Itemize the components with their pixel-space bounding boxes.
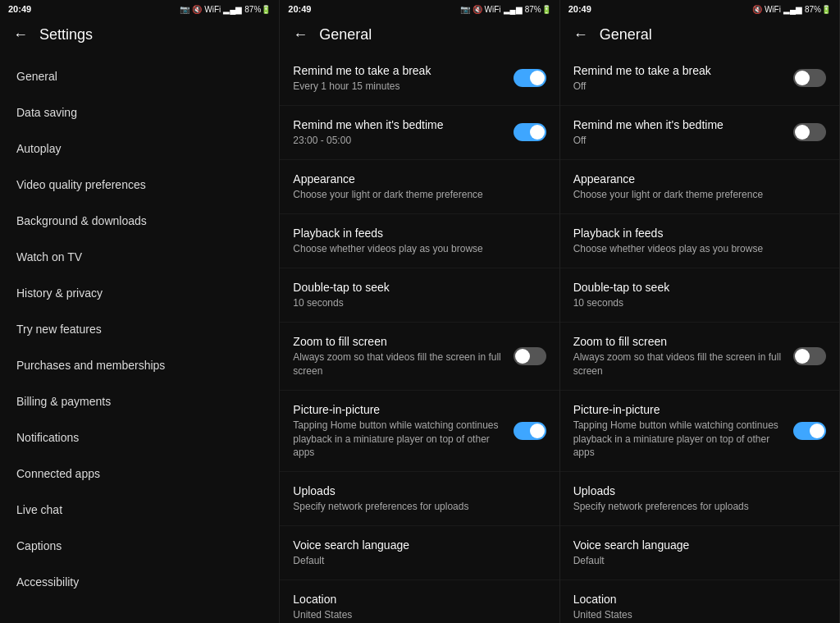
status-time-right: 20:49 [568,4,591,14]
nav-item-video-quality[interactable]: Video quality preferences [0,167,279,203]
appearance-subtitle: Choose your light or dark theme preferen… [293,188,537,202]
nav-item-live-chat[interactable]: Live chat [0,492,279,528]
status-bar-left: 20:49 📷 🔇 WiFi ▂▄▆ 87%🔋 [0,0,279,18]
setting-bedtime-off[interactable]: Remind me when it's bedtime Off [560,106,839,160]
bedtime-toggle[interactable] [514,123,546,141]
playback-feeds-title: Playback in feeds [293,226,537,240]
location-title-off: Location [573,592,818,607]
general-title-mid: General [319,26,372,44]
setting-playback-feeds-off[interactable]: Playback in feeds Choose whether videos … [560,214,839,268]
location-subtitle-off: United States [573,608,818,622]
nav-item-accessibility[interactable]: Accessibility [0,564,279,600]
wifi-icon-mid: WiFi [485,5,501,14]
uploads-title-off: Uploads [573,483,818,498]
pip-toggle-off[interactable] [793,422,826,440]
bedtime-subtitle: 23:00 - 05:00 [293,134,504,148]
uploads-title: Uploads [293,483,537,498]
nav-item-connected[interactable]: Connected apps [0,456,279,492]
general-header-right: ← General [560,18,839,52]
setting-appearance[interactable]: Appearance Choose your light or dark the… [280,160,559,214]
setting-location-off[interactable]: Location United States [560,580,839,623]
zoom-fill-knob [515,349,530,364]
back-button-mid[interactable]: ← [293,26,308,44]
nav-item-billing[interactable]: Billing & payments [0,383,279,419]
signal-icon: ▂▄▆ [223,5,242,14]
setting-uploads-off[interactable]: Uploads Specify network preferences for … [560,472,839,526]
uploads-subtitle: Specify network preferences for uploads [293,500,537,514]
setting-bedtime[interactable]: Remind me when it's bedtime 23:00 - 05:0… [280,106,559,160]
pip-toggle[interactable] [514,422,546,440]
nav-item-autoplay[interactable]: Autoplay [0,131,279,167]
pip-subtitle-off: Tapping Home button while watching conti… [573,419,785,460]
pip-title: Picture-in-picture [293,402,504,417]
battery-mid: 87%🔋 [525,5,551,14]
settings-header: ← Settings [0,18,279,52]
status-time-left: 20:49 [8,4,31,14]
bedtime-knob [530,125,545,140]
setting-pip[interactable]: Picture-in-picture Tapping Home button w… [280,391,559,473]
setting-double-tap-off[interactable]: Double-tap to seek 10 seconds [560,268,839,323]
zoom-fill-knob-off [795,349,810,364]
setting-playback-feeds[interactable]: Playback in feeds Choose whether videos … [280,214,559,268]
bedtime-toggle-off[interactable] [793,123,826,141]
playback-feeds-title-off: Playback in feeds [573,226,818,240]
zoom-fill-subtitle: Always zoom so that videos fill the scre… [293,350,504,378]
voice-search-title: Voice search language [293,538,537,552]
nav-item-notifications[interactable]: Notifications [0,419,279,456]
voice-search-title-off: Voice search language [573,538,818,552]
zoom-fill-title-off: Zoom to fill screen [573,334,785,349]
nav-item-background[interactable]: Background & downloads [0,203,279,239]
zoom-fill-subtitle-off: Always zoom so that videos fill the scre… [573,350,785,378]
zoom-fill-toggle[interactable] [514,347,546,365]
setting-uploads[interactable]: Uploads Specify network preferences for … [280,472,559,526]
remind-break-toggle[interactable] [514,69,546,87]
status-time-mid: 20:49 [288,4,311,14]
nav-item-captions[interactable]: Captions [0,528,279,564]
setting-zoom-fill[interactable]: Zoom to fill screen Always zoom so that … [280,323,559,391]
setting-remind-break[interactable]: Remind me to take a break Every 1 hour 1… [280,52,559,106]
setting-location[interactable]: Location United States [280,580,559,623]
general-off-panel: 20:49 🔇 WiFi ▂▄▆ 87%🔋 ← General Remind m… [560,0,840,623]
nav-item-history[interactable]: History & privacy [0,275,279,311]
general-settings-list-off: Remind me to take a break Off Remind me … [560,52,839,623]
signal-icon-mid: ▂▄▆ [504,5,523,14]
double-tap-subtitle: 10 seconds [293,296,537,310]
setting-zoom-fill-off[interactable]: Zoom to fill screen Always zoom so that … [560,323,839,391]
settings-nav-list: General Data saving Autoplay Video quali… [0,52,279,623]
wifi-icon: WiFi [204,5,221,14]
general-settings-list-on: Remind me to take a break Every 1 hour 1… [280,52,559,623]
pip-knob [530,424,545,438]
remind-break-subtitle: Every 1 hour 15 minutes [293,80,504,94]
wifi-icon-right: WiFi [765,5,781,14]
nav-item-general[interactable]: General [0,58,279,94]
setting-voice-search[interactable]: Voice search language Default [280,526,559,580]
signal-icon-right: ▂▄▆ [783,5,802,14]
zoom-fill-title: Zoom to fill screen [293,334,504,349]
pip-subtitle: Tapping Home button while watching conti… [293,419,504,460]
nav-item-data-saving[interactable]: Data saving [0,94,279,131]
location-subtitle: United States [293,608,537,622]
nav-item-watch-tv[interactable]: Watch on TV [0,239,279,275]
double-tap-title: Double-tap to seek [293,280,537,295]
back-button-left[interactable]: ← [13,26,28,44]
location-title: Location [293,592,537,607]
mute-icon-right: 🔇 [752,5,762,14]
setting-appearance-off[interactable]: Appearance Choose your light or dark the… [560,160,839,214]
appearance-title-off: Appearance [573,172,818,186]
nav-item-new-features[interactable]: Try new features [0,311,279,347]
setting-pip-off[interactable]: Picture-in-picture Tapping Home button w… [560,391,839,473]
status-bar-mid: 20:49 📷 🔇 WiFi ▂▄▆ 87%🔋 [280,0,559,18]
remind-break-knob [530,71,545,85]
status-icons-mid: 📷 🔇 WiFi ▂▄▆ 87%🔋 [460,5,551,14]
setting-voice-search-off[interactable]: Voice search language Default [560,526,839,580]
zoom-fill-toggle-off[interactable] [793,347,826,365]
nav-item-purchases[interactable]: Purchases and memberships [0,347,279,383]
setting-remind-break-off[interactable]: Remind me to take a break Off [560,52,839,106]
setting-double-tap[interactable]: Double-tap to seek 10 seconds [280,268,559,323]
settings-nav-panel: 20:49 📷 🔇 WiFi ▂▄▆ 87%🔋 ← Settings Gener… [0,0,280,623]
battery-left: 87%🔋 [244,5,271,14]
remind-break-toggle-off[interactable] [793,69,826,87]
mute-icon-mid: 🔇 [472,5,482,14]
back-button-right[interactable]: ← [573,26,588,44]
remind-break-knob-off [795,71,810,85]
